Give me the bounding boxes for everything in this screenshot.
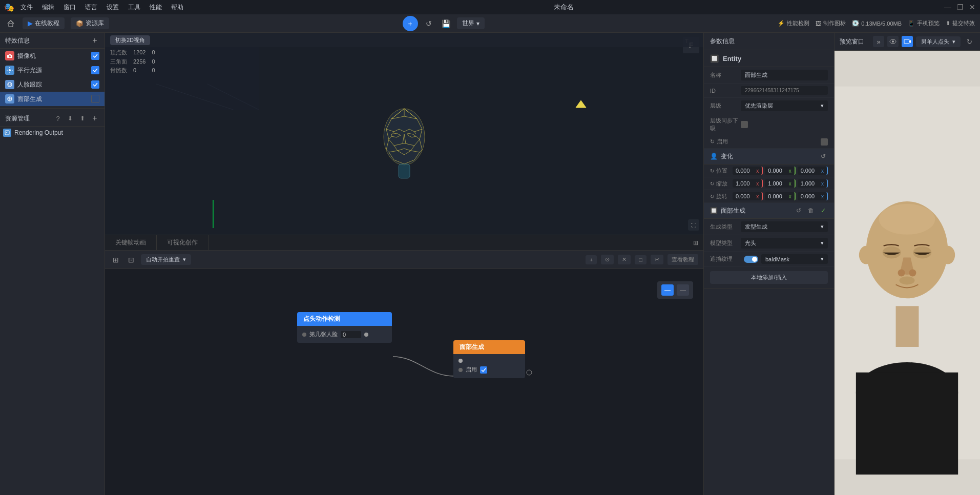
face-track-visibility-toggle[interactable] xyxy=(91,80,99,89)
left-panel: 特效信息 + 摄像机 平行光源 人脸 xyxy=(0,33,105,495)
ng-scissors-button[interactable]: ✂ xyxy=(651,255,663,264)
scale-x-input[interactable]: 1.000 x xyxy=(733,179,763,188)
auto-cam-dropdown[interactable]: 自动开拍重置 ▾ xyxy=(141,254,191,265)
menu-file[interactable]: 文件 xyxy=(20,3,33,12)
ng-circle-button[interactable]: ⊙ xyxy=(601,255,614,264)
phone-preview-button[interactable]: 📱 手机预览 xyxy=(908,19,940,27)
menu-help[interactable]: 帮助 xyxy=(171,3,183,12)
face-gen-enable-dot xyxy=(458,368,463,372)
maximize-button[interactable]: ❐ xyxy=(956,4,964,11)
preview-expand-button[interactable]: » xyxy=(873,36,884,47)
viewport-expand-button[interactable]: ⛶ xyxy=(688,219,699,231)
detect-output-dot xyxy=(364,333,368,337)
mask-value-select[interactable]: baldMask ▾ xyxy=(761,254,828,264)
preview-record-button[interactable] xyxy=(902,36,913,47)
tab-visual[interactable]: 可视化创作 xyxy=(157,235,208,250)
preview-model-dropdown[interactable]: 男单人点头 ▾ xyxy=(916,36,961,47)
asset-question-button[interactable]: ? xyxy=(53,114,62,123)
tab-keyframe[interactable]: 关键帧动画 xyxy=(105,235,157,250)
face-gen-enable-check[interactable] xyxy=(480,366,487,374)
face-gen-actions: ↺ 🗑 ✓ xyxy=(794,206,828,215)
layer-select[interactable]: 优先渲染层 ▾ xyxy=(741,100,828,111)
select-btn-2[interactable]: — xyxy=(677,284,689,296)
menu-settings[interactable]: 设置 xyxy=(107,3,119,12)
gen-type-select[interactable]: 发型生成 ▾ xyxy=(741,221,828,232)
ng-layout-icon[interactable]: ⊡ xyxy=(126,254,137,265)
scale-z-input[interactable]: 1.000 x xyxy=(798,179,828,188)
light-visibility-toggle[interactable] xyxy=(91,66,99,74)
layer-item-face-gen[interactable]: 面部生成 xyxy=(0,92,105,106)
layer-item-face-track[interactable]: 人脸跟踪 xyxy=(0,77,105,92)
select-btn-1[interactable]: — xyxy=(661,284,674,296)
face-gen-refresh-icon[interactable]: ↺ xyxy=(794,206,803,215)
rotation-z-input[interactable]: 0.000 x xyxy=(798,192,828,200)
perf-check-button[interactable]: ⚡ 性能检测 xyxy=(778,19,809,27)
rotation-x-input[interactable]: 0.000 x xyxy=(733,192,763,200)
node-face-gen[interactable]: 面部生成 启用 xyxy=(453,340,525,378)
face-gen-section-header[interactable]: 🔲 面部生成 ↺ 🗑 ✓ xyxy=(704,203,834,219)
home-icon[interactable] xyxy=(5,18,16,29)
minimize-button[interactable]: — xyxy=(944,4,951,11)
sync-checkbox[interactable] xyxy=(741,121,748,128)
menu-window[interactable]: 窗口 xyxy=(64,3,76,12)
preview-eye-button[interactable] xyxy=(887,36,899,47)
face-gen-visibility-toggle[interactable] xyxy=(91,95,99,103)
position-y-input[interactable]: 0.000 x xyxy=(765,167,795,175)
title-bar-controls: — ❐ ✕ xyxy=(944,4,976,11)
toggle-2d-button[interactable]: 切换2D视角 xyxy=(110,35,150,45)
assets-button[interactable]: 📦 资源库 xyxy=(71,17,109,29)
world-select[interactable]: 世界 ▾ xyxy=(457,17,485,29)
menu-lang[interactable]: 语言 xyxy=(85,3,97,12)
name-value[interactable]: 面部生成 xyxy=(741,70,828,80)
transform-refresh-icon[interactable]: ↺ xyxy=(819,152,828,161)
node-detect[interactable]: 点头动作检测 第几张人脸 xyxy=(297,312,392,343)
local-add-button[interactable]: 本地添加/插入 xyxy=(710,271,828,284)
asset-export-button[interactable]: ⬆ xyxy=(78,114,87,123)
rotation-y-input[interactable]: 0.000 x xyxy=(765,192,795,200)
make-icon-button[interactable]: 🖼 制作图标 xyxy=(816,19,846,27)
save-icon[interactable]: 💾 xyxy=(440,17,453,30)
timeline-expand-button[interactable]: ⊞ xyxy=(688,235,703,250)
node-face-gen-header: 面部生成 xyxy=(453,340,525,354)
close-button[interactable]: ✕ xyxy=(969,4,976,11)
layer-item-light[interactable]: 平行光源 xyxy=(0,63,105,77)
ng-cross-button[interactable]: ✕ xyxy=(618,255,631,264)
svg-point-110 xyxy=(859,246,873,264)
mask-toggle[interactable] xyxy=(744,256,758,263)
scale-y-input[interactable]: 1.000 x xyxy=(765,179,795,188)
ng-grid-icon[interactable]: ⊞ xyxy=(110,254,121,265)
scale-y-axis: x xyxy=(789,181,791,187)
position-z-input[interactable]: 0.000 x xyxy=(798,167,828,175)
asset-add-button[interactable]: + xyxy=(90,114,99,123)
transform-section-header[interactable]: 👤 变化 ↺ xyxy=(704,149,834,164)
face-gen-delete-icon[interactable]: 🗑 xyxy=(806,206,816,215)
ng-add-button[interactable]: + xyxy=(586,255,597,264)
camera-visibility-toggle[interactable] xyxy=(91,52,99,60)
enable-sync-icon: ↻ xyxy=(710,138,715,145)
face-gen-check-icon[interactable]: ✓ xyxy=(819,206,828,215)
model-type-select[interactable]: 光头 ▾ xyxy=(741,238,828,249)
asset-rendering-output[interactable]: Rendering Output xyxy=(0,127,105,139)
refresh-button[interactable]: ↺ xyxy=(422,17,435,30)
view-tutorial-button[interactable]: 查看教程 xyxy=(668,254,698,265)
add-tool-button[interactable]: + xyxy=(403,16,418,31)
menu-perf[interactable]: 性能 xyxy=(150,3,162,12)
add-effect-button[interactable]: + xyxy=(90,36,99,45)
layer-item-camera[interactable]: 摄像机 xyxy=(0,49,105,63)
face-gen-input-dot xyxy=(458,359,463,363)
submit-button[interactable]: ⬆ 提交特效 xyxy=(946,19,975,27)
position-x-input[interactable]: 0.000 x xyxy=(733,167,763,175)
menu-tools[interactable]: 工具 xyxy=(128,3,140,12)
ng-square-button[interactable]: □ xyxy=(635,255,647,264)
face-gen-section-icon: 🔲 xyxy=(710,207,718,214)
menu-edit[interactable]: 编辑 xyxy=(42,3,54,12)
tutorial-button[interactable]: ▶ 在线教程 xyxy=(23,17,65,29)
effects-panel-header: 特效信息 + xyxy=(0,33,105,49)
transform-title-area: 👤 变化 xyxy=(710,152,733,161)
preview-refresh-button[interactable]: ↻ xyxy=(964,36,975,47)
preview-panel: 预览窗口 » 男单人点头 ▾ ↻ xyxy=(834,33,980,495)
enable-checkbox[interactable] xyxy=(821,138,828,146)
svg-point-103 xyxy=(892,40,894,43)
detect-face-index-input[interactable] xyxy=(341,331,361,338)
asset-import-button[interactable]: ⬇ xyxy=(66,114,75,123)
